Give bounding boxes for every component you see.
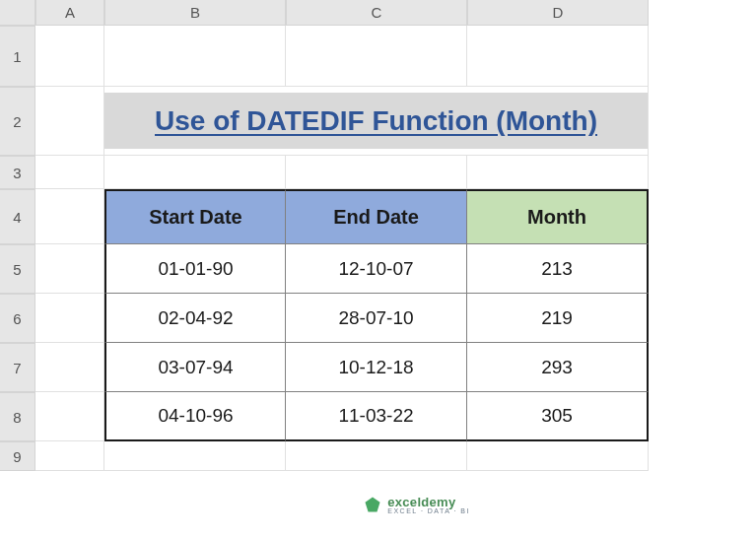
row-header-4[interactable]: 4	[0, 189, 35, 244]
cell-start-0[interactable]: 01-01-90	[104, 244, 286, 294]
header-end-date[interactable]: End Date	[286, 189, 467, 244]
row-header-2[interactable]: 2	[0, 87, 35, 156]
cell-A8[interactable]	[35, 392, 104, 441]
row-header-1[interactable]: 1	[0, 26, 35, 87]
cell-D9[interactable]	[467, 441, 649, 471]
cell-D3[interactable]	[467, 156, 649, 189]
cell-month-2[interactable]: 293	[467, 343, 649, 392]
header-start-date[interactable]: Start Date	[104, 189, 286, 244]
cell-month-3[interactable]: 305	[467, 392, 649, 441]
row-header-9[interactable]: 9	[0, 441, 35, 471]
cell-month-1[interactable]: 219	[467, 294, 649, 343]
cell-end-2[interactable]: 10-12-18	[286, 343, 467, 392]
cell-B9[interactable]	[104, 441, 286, 471]
cell-A7[interactable]	[35, 343, 104, 392]
row-header-6[interactable]: 6	[0, 294, 35, 343]
cell-start-2[interactable]: 03-07-94	[104, 343, 286, 392]
col-header-C[interactable]: C	[286, 0, 467, 26]
cell-C9[interactable]	[286, 441, 467, 471]
cell-A9[interactable]	[35, 441, 104, 471]
cell-C3[interactable]	[286, 156, 467, 189]
header-month[interactable]: Month	[467, 189, 649, 244]
cell-A3[interactable]	[35, 156, 104, 189]
cell-end-1[interactable]: 28-07-10	[286, 294, 467, 343]
cell-end-3[interactable]: 11-03-22	[286, 392, 467, 441]
watermark-tagline: EXCEL · DATA · BI	[387, 507, 470, 514]
cell-A6[interactable]	[35, 294, 104, 343]
row-header-5[interactable]: 5	[0, 244, 35, 294]
cell-B1[interactable]	[104, 26, 286, 87]
row-header-8[interactable]: 8	[0, 392, 35, 441]
cell-A2[interactable]	[35, 87, 104, 156]
row-header-7[interactable]: 7	[0, 343, 35, 392]
cell-A5[interactable]	[35, 244, 104, 294]
cell-start-3[interactable]: 04-10-96	[104, 392, 286, 441]
spreadsheet-grid: A B C D 1 2 Use of DATEDIF Function (Mon…	[0, 0, 756, 538]
watermark: exceldemy EXCEL · DATA · BI	[364, 495, 470, 514]
title-cell[interactable]: Use of DATEDIF Function (Month)	[104, 87, 649, 156]
cell-end-0[interactable]: 12-10-07	[286, 244, 467, 294]
cell-month-0[interactable]: 213	[467, 244, 649, 294]
select-all-corner[interactable]	[0, 0, 35, 26]
cell-A4[interactable]	[35, 189, 104, 244]
watermark-icon	[364, 496, 381, 513]
cell-B3[interactable]	[104, 156, 286, 189]
col-header-B[interactable]: B	[104, 0, 286, 26]
row-header-3[interactable]: 3	[0, 156, 35, 189]
col-header-D[interactable]: D	[467, 0, 649, 26]
col-header-A[interactable]: A	[35, 0, 104, 26]
svg-marker-0	[366, 498, 380, 512]
cell-D1[interactable]	[467, 26, 649, 87]
title-text: Use of DATEDIF Function (Month)	[155, 105, 597, 137]
cell-C1[interactable]	[286, 26, 467, 87]
cell-A1[interactable]	[35, 26, 104, 87]
cell-start-1[interactable]: 02-04-92	[104, 294, 286, 343]
